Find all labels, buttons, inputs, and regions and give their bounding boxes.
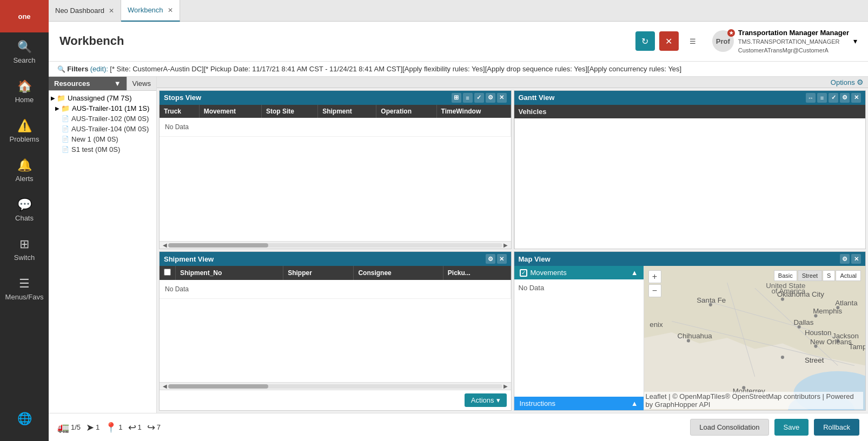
home-icon: 🏠 (17, 79, 32, 93)
lines-icon: ☰ (690, 37, 696, 45)
shipment-scroll-right[interactable]: ▶ (502, 383, 509, 389)
shipment-close-btn[interactable]: ✕ (497, 254, 507, 264)
gantt-settings-btn[interactable]: ⚙ (840, 93, 850, 103)
stops-list-btn[interactable]: ≡ (463, 93, 473, 103)
views-panels: Stops View ⊞ ≡ ✓ ⚙ ✕ (157, 88, 868, 413)
resource-s1test-label: S1 test (0M 0S) (71, 145, 120, 153)
map-type-s[interactable]: S (823, 270, 835, 281)
movements-collapse-icon[interactable]: ▲ (631, 269, 638, 277)
map-zoom-in[interactable]: + (648, 270, 661, 283)
views-tab[interactable]: Views (127, 77, 156, 90)
nav2-icon: 📍 (105, 422, 117, 433)
sidebar-item-problems[interactable]: ⚠️ Problems (0, 111, 49, 151)
options-link[interactable]: Options ⚙ (831, 78, 864, 86)
map-settings-btn[interactable]: ⚙ (840, 254, 850, 264)
movements-checkbox[interactable]: ✓ (520, 269, 527, 277)
close-button[interactable]: ✕ (659, 31, 679, 51)
movements-section[interactable]: ✓ Movements ▲ (514, 266, 644, 279)
resource-unassigned[interactable]: ▶ 📁 Unassigned (7M 7S) (49, 93, 156, 103)
folder-icon: 📁 (57, 94, 65, 102)
gantt-expand-btn[interactable]: ↔ (806, 93, 816, 103)
map-view-header: Map View ⚙ ✕ (514, 252, 866, 266)
scroll-left-arrow[interactable]: ◀ (162, 242, 168, 248)
map-area[interactable]: United State of America Santa Fe Oklahom… (644, 266, 866, 410)
shipment-scroll-left[interactable]: ◀ (162, 383, 168, 389)
filters-edit-link[interactable]: (edit): (90, 65, 108, 73)
gantt-list-btn[interactable]: ≡ (817, 93, 827, 103)
nav1-icon: ➤ (86, 422, 94, 433)
sidebar-bottom: 🌐 (17, 404, 32, 441)
sidebar-item-globe[interactable]: 🌐 (17, 404, 32, 436)
scroll-right-arrow[interactable]: ▶ (502, 242, 509, 248)
tab-bar: Neo Dashboard ✕ Workbench ✕ (49, 0, 868, 22)
sidebar-item-menus[interactable]: ☰ Menus/Favs (0, 269, 49, 309)
scroll-track[interactable] (168, 243, 502, 248)
load-consolidation-button[interactable]: Load Consolidation (690, 419, 768, 436)
resource-aus-102[interactable]: 📄 AUS-Trailer-102 (0M 0S) (49, 113, 156, 124)
resources-tab[interactable]: Resources ▼ (49, 77, 127, 90)
collapse-icon[interactable]: ▼ (114, 79, 121, 88)
resource-aus-101[interactable]: ▶ 📁 AUS-Trailer-101 (1M 1S) (49, 103, 156, 113)
scroll-thumb (168, 243, 268, 248)
avatar: Prof ★ (712, 30, 734, 52)
instructions-collapse-icon[interactable]: ▲ (631, 399, 638, 407)
sidebar-item-alerts[interactable]: 🔔 Alerts (0, 151, 49, 190)
svg-text:Memphis: Memphis (813, 308, 842, 316)
stops-check-btn[interactable]: ✓ (474, 93, 484, 103)
user-role: TMS.TRANSPORTATION_MANAGER (738, 38, 849, 46)
shipment-scroll-track[interactable] (168, 384, 502, 389)
menu-lines-button[interactable]: ☰ (683, 31, 703, 51)
options-label: Options (831, 78, 855, 86)
folder-icon-101: 📁 (61, 104, 70, 112)
expand-icon-101: ▶ (55, 105, 59, 111)
views-label: Views (132, 79, 151, 88)
map-type-street[interactable]: Street (798, 270, 822, 281)
shipment-settings-btn[interactable]: ⚙ (486, 254, 495, 264)
tab-workbench-close[interactable]: ✕ (168, 6, 173, 14)
sidebar-logo[interactable]: one (0, 0, 49, 32)
select-all-checkbox[interactable] (164, 269, 171, 276)
stops-settings-btn[interactable]: ⚙ (486, 93, 495, 103)
svg-text:Houston: Houston (804, 329, 831, 337)
user-profile-area: Prof ★ Transportation Manager Manager TM… (712, 28, 857, 55)
svg-text:Santa Fe: Santa Fe (697, 296, 726, 304)
resource-new1-label: New 1 (0M 0S) (71, 135, 118, 143)
tab-neo-dashboard-close[interactable]: ✕ (109, 7, 114, 15)
map-type-basic[interactable]: Basic (774, 270, 797, 281)
resource-s1test[interactable]: 📄 S1 test (0M 0S) (49, 144, 156, 155)
resource-new1[interactable]: 📄 New 1 (0M 0S) (49, 134, 156, 144)
gantt-check-btn[interactable]: ✓ (829, 93, 838, 103)
stops-close-btn[interactable]: ✕ (497, 93, 507, 103)
sidebar-item-home[interactable]: 🏠 Home (0, 72, 49, 111)
tab-neo-dashboard[interactable]: Neo Dashboard ✕ (49, 0, 121, 22)
stops-scrollbar[interactable]: ◀ ▶ (160, 241, 511, 249)
panel-tabs: Resources ▼ Views (49, 77, 156, 91)
gantt-close-btn[interactable]: ✕ (851, 93, 861, 103)
rollback-button[interactable]: Rollback (814, 419, 859, 436)
stops-expand-btn[interactable]: ⊞ (452, 93, 461, 103)
movements-label: Movements (531, 269, 567, 277)
shipment-table: Shipment_No Shipper Consignee Picku... N… (160, 266, 511, 382)
shipment-row-no-data: No Data (160, 280, 511, 299)
nav1-status: ➤ 1 (86, 422, 100, 433)
tab-workbench[interactable]: Workbench ✕ (121, 0, 180, 22)
map-close-btn[interactable]: ✕ (851, 254, 861, 264)
refresh-button[interactable]: ↻ (635, 31, 655, 51)
map-type-buttons: Basic Street S Actual (774, 270, 861, 281)
fwd-count: 7 (157, 423, 161, 431)
map-type-actual[interactable]: Actual (836, 270, 861, 281)
col-consignee: Consignee (354, 266, 443, 280)
save-button[interactable]: Save (774, 419, 809, 436)
sidebar-item-chats[interactable]: 💬 Chats (0, 190, 49, 230)
instructions-section[interactable]: Instructions ▲ (514, 397, 644, 410)
map-zoom-out[interactable]: − (648, 284, 661, 297)
sidebar-item-search[interactable]: 🔍 Search (0, 32, 49, 72)
actions-button[interactable]: Actions ▾ (465, 393, 507, 407)
shipment-scrollbar[interactable]: ◀ ▶ (160, 382, 511, 390)
dropdown-chevron-icon[interactable]: ▾ (853, 37, 857, 45)
sidebar-item-switch[interactable]: ⊞ Switch (0, 230, 49, 269)
shipment-view-title: Shipment View (164, 255, 214, 263)
nav2-count: 1 (118, 423, 122, 431)
col-stop-site: Stop Site (261, 105, 317, 118)
resource-aus-104[interactable]: 📄 AUS-Trailer-104 (0M 0S) (49, 124, 156, 134)
